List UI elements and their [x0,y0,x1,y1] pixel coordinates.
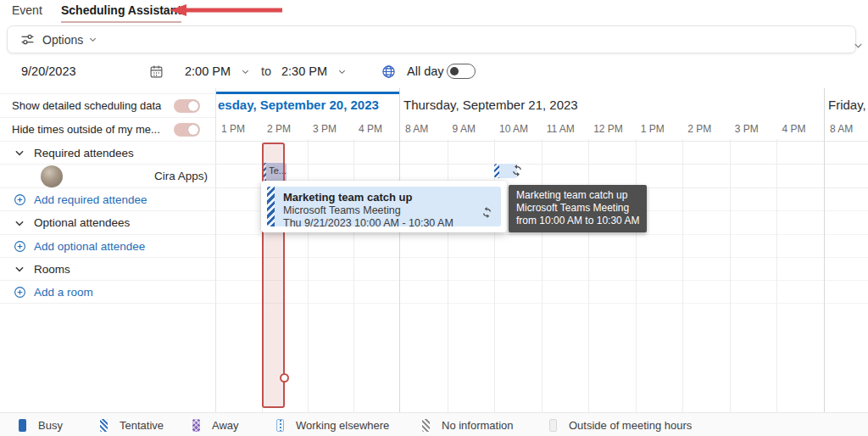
rooms-label: Rooms [34,263,70,276]
all-day-toggle[interactable] [447,64,476,79]
hide-times-label: Hide times outside of my me... [12,123,160,136]
legend-item-busy: Busy [19,413,63,436]
datetime-bar: 9/20/2023 2:00 PM to 2:30 PM All day [0,54,868,88]
optional-attendees-label: Optional attendees [34,216,130,229]
hour-tick: 11 AM [542,117,589,139]
hide-times-row: Hide times outside of my me... [0,117,215,141]
required-attendees-header[interactable]: Required attendees [0,141,215,164]
rooms-header[interactable]: Rooms [0,257,215,280]
no-information-swatch-icon [422,419,430,432]
hour-tick: 8 AM [825,117,868,139]
add-a-room-label: Add a room [34,286,93,299]
tab-event[interactable]: Event [12,3,42,17]
selected-day-indicator [216,92,399,94]
tentative-stripe [267,187,275,226]
red-annotation-arrow [170,3,284,17]
options-bar[interactable]: Options [7,25,856,53]
collapse-panel-chevron-icon[interactable] [853,40,864,51]
hour-tick: 1 PM [216,117,262,139]
day-header-thursday[interactable]: Thursday, September 21, 2023 [403,98,578,112]
add-optional-attendee-label: Add optional attendee [34,240,145,253]
start-time-chevron-icon[interactable] [241,54,250,88]
plus-circle-icon [14,240,26,253]
timezone-globe-icon[interactable] [381,54,396,88]
day-header-friday[interactable]: Friday, S [828,98,868,112]
attendee-avatar [41,165,63,187]
event-time: Thu 9/21/2023 10:00 AM - 10:30 AM [283,217,492,230]
to-label: to [261,54,271,88]
legend-label: Outside of meeting hours [569,419,692,432]
attendee-name: Cira Apps) [154,170,208,182]
working-elsewhere-swatch-icon [276,419,284,432]
event-subtitle: Microsoft Teams Meeting [283,204,492,217]
chevron-down-icon [14,217,25,229]
chevron-down-icon [14,147,25,159]
all-day-label: All day [407,54,444,88]
plus-circle-icon [14,193,26,206]
hour-tick: 2 PM [262,117,308,139]
plus-circle-icon [14,286,26,299]
end-time-chevron-icon[interactable] [337,54,347,88]
hour-tick: 4 PM [353,117,399,139]
tentative-stripe [494,164,499,178]
start-time-field[interactable]: 2:00 PM [185,54,231,88]
legend-item-working-elsewhere: Working elsewhere [276,413,389,436]
hour-ticks: 8 AM [825,117,868,139]
event-tooltip: Marketing team catch up Microsoft Teams … [509,185,647,232]
hour-tick: 8 AM [400,117,448,139]
hour-tick: 3 PM [308,117,353,139]
legend-item-tentative: Tentative [100,413,164,436]
event-title: Marketing team catch up [283,191,492,204]
chevron-down-icon [14,263,25,275]
show-detailed-toggle[interactable] [174,99,200,113]
legend-label: No information [442,419,514,432]
legend-item-outside-hours: Outside of meeting hours [549,413,692,436]
legend-label: Busy [38,419,63,432]
add-a-room-button[interactable]: Add a room [0,286,93,299]
recurrence-icon [481,206,493,222]
optional-attendees-header[interactable]: Optional attendees [0,210,215,234]
show-detailed-row: Show detailed scheduling data [0,93,215,117]
hour-tick: 2 PM [682,117,730,139]
event-detail-card[interactable]: Marketing team catch up Microsoft Teams … [261,181,507,232]
tooltip-title: Marketing team catch up [516,189,639,202]
busy-swatch-icon [19,419,26,432]
legend-label: Working elsewhere [296,419,389,432]
add-required-attendee-button[interactable]: Add required attendee [0,193,147,206]
hour-tick: 10 AM [494,117,542,139]
hour-tick: 4 PM [776,117,824,139]
outside-hours-swatch-icon [549,419,557,432]
date-field[interactable]: 9/20/2023 [21,54,76,88]
away-swatch-icon [192,419,200,432]
tooltip-subtitle: Microsoft Teams Meeting [516,202,639,215]
hour-ticks: 8 AM9 AM10 AM11 AM12 PM1 PM2 PM3 PM4 PM [400,117,824,139]
end-time-field[interactable]: 2:30 PM [281,54,327,88]
day-column-wednesday[interactable]: esday, September 20, 2023 1 PM2 PM3 PM4 … [216,88,399,412]
options-sliders-icon [20,32,35,47]
tentative-swatch-icon [100,419,108,432]
add-optional-attendee-button[interactable]: Add optional attendee [0,240,145,253]
day-column-thursday[interactable]: Thursday, September 21, 2023 8 AM9 AM10 … [399,88,824,412]
scheduling-assistant-window: Event Scheduling Assistant Options 9/20/… [0,0,868,436]
day-column-friday[interactable]: Friday, S 8 AM [824,88,868,412]
options-label: Options [42,33,83,47]
recurrence-icon [510,164,524,181]
availability-legend: BusyTentativeAwayWorking elsewhereNo inf… [0,412,868,436]
show-detailed-label: Show detailed scheduling data [12,99,161,112]
add-required-attendee-label: Add required attendee [34,193,147,206]
day-header-wednesday[interactable]: esday, September 20, 2023 [218,98,379,112]
hour-ticks: 1 PM2 PM3 PM4 PM [216,117,399,139]
tab-scheduling-assistant[interactable]: Scheduling Assistant [61,3,181,23]
hour-tick: 1 PM [636,117,683,139]
hour-tick: 3 PM [730,117,777,139]
hour-tick: 9 AM [448,117,495,139]
chevron-down-icon [88,35,97,44]
tooltip-time: from 10:00 AM to 10:30 AM [516,215,639,227]
hide-times-toggle[interactable] [174,123,200,137]
legend-item-away: Away [192,413,239,436]
calendar-icon[interactable] [149,54,164,88]
attendee-row[interactable]: Cira Apps) [0,164,215,187]
selection-drag-handle[interactable] [280,373,289,383]
legend-label: Tentative [120,419,164,432]
availability-grid[interactable]: esday, September 20, 2023 1 PM2 PM3 PM4 … [216,88,868,412]
